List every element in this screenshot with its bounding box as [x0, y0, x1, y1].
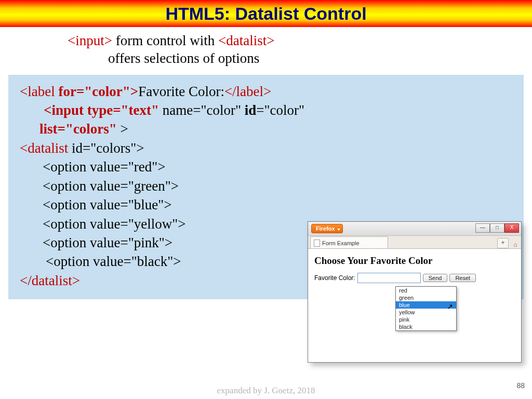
- window-controls: — □ X: [475, 223, 519, 233]
- form-row: Favorite Color: Send Reset: [314, 273, 515, 283]
- code-opt1: <option value="red">: [43, 157, 512, 176]
- home-icon[interactable]: ⌂: [512, 241, 519, 248]
- reset-button[interactable]: Reset: [449, 274, 476, 282]
- minimize-button[interactable]: —: [475, 223, 490, 233]
- subtitle-tag-datalist: <datalist>: [218, 33, 274, 48]
- color-label: Favorite Color:: [314, 274, 355, 282]
- slide-title: HTML5: Datalist Control: [165, 4, 366, 24]
- option-green[interactable]: green: [396, 294, 456, 301]
- code-opt2: <option value="green">: [43, 177, 512, 195]
- page-number: 88: [516, 381, 525, 390]
- option-blue[interactable]: blue: [396, 301, 456, 309]
- code-l2c: id: [245, 102, 257, 118]
- option-red[interactable]: red: [396, 287, 456, 294]
- tab-strip: Form Example + ⌂: [308, 236, 521, 249]
- code-opt3: <option value="blue">: [43, 195, 512, 214]
- subtitle-mid: form control with: [112, 33, 218, 48]
- document-icon: [314, 240, 320, 247]
- footer-credit: expanded by J. Goetz, 2018: [0, 385, 532, 396]
- code-l1c: Favorite Color:: [138, 84, 224, 99]
- page-content: Choose Your Favorite Color Favorite Colo…: [308, 249, 521, 287]
- tab-label: Form Example: [322, 240, 360, 246]
- new-tab-button[interactable]: +: [497, 238, 509, 248]
- code-l2d: ="color": [256, 102, 304, 118]
- slide-subtitle: <input> form control with <datalist> off…: [68, 32, 532, 68]
- code-l1d: </label>: [224, 84, 271, 99]
- subtitle-tag-input: <input>: [68, 33, 112, 48]
- code-l2b: name="color": [159, 102, 245, 118]
- maximize-button[interactable]: □: [490, 223, 504, 233]
- option-black[interactable]: black: [396, 323, 456, 330]
- code-l3b: >: [117, 121, 128, 137]
- code-l4a: <datalist: [20, 140, 68, 156]
- subtitle-line2: offers selections of options: [108, 50, 259, 66]
- datalist-dropdown: red green blue yellow pink black: [395, 286, 457, 331]
- firefox-menu-button[interactable]: Firefox: [311, 224, 343, 233]
- option-pink[interactable]: pink: [396, 316, 456, 323]
- color-input[interactable]: [357, 273, 421, 283]
- tab-form-example[interactable]: Form Example: [310, 236, 388, 248]
- window-titlebar: Firefox — □ X: [308, 222, 521, 236]
- code-l1b: for="color">: [55, 84, 138, 99]
- code-l4b: id="colors">: [68, 140, 144, 156]
- browser-window: Firefox — □ X Form Example + ⌂ Choose Yo…: [308, 221, 522, 363]
- page-heading: Choose Your Favorite Color: [314, 255, 515, 267]
- slide-title-bar: HTML5: Datalist Control: [0, 0, 532, 27]
- code-l1a: <label: [20, 84, 55, 99]
- option-blue-label: blue: [399, 302, 410, 308]
- send-button[interactable]: Send: [423, 274, 448, 282]
- code-l3a: list="colors": [39, 121, 117, 137]
- code-l2a: <input type="text": [44, 102, 159, 118]
- close-button[interactable]: X: [504, 223, 519, 233]
